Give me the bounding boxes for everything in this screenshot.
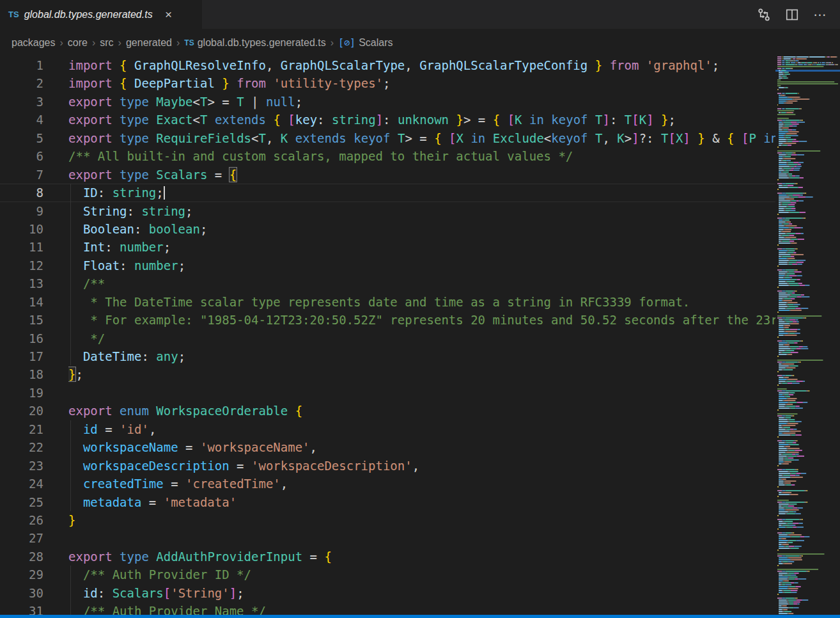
breadcrumb-label: core	[68, 37, 88, 49]
breadcrumb-item-global-db-types-generated-ts[interactable]: TSglobal.db.types.generated.ts	[184, 37, 325, 49]
code-line[interactable]: 28export type AddAuthProviderInput = {	[0, 548, 775, 566]
code-text: Float: number;	[68, 257, 775, 274]
code-text: export type Scalars = {	[68, 166, 775, 184]
code-line[interactable]: 8 ID: string;	[0, 184, 775, 202]
line-number[interactable]: 9	[0, 202, 68, 220]
breadcrumb-item-packages[interactable]: packages	[12, 37, 56, 49]
status-bar	[0, 615, 840, 618]
code-line[interactable]: 27	[0, 529, 775, 547]
line-number[interactable]: 23	[0, 457, 68, 475]
breadcrumb-item-src[interactable]: src	[100, 37, 113, 49]
line-number[interactable]: 17	[0, 347, 68, 365]
code-line[interactable]: 2import { DeepPartial } from 'utility-ty…	[0, 74, 775, 92]
code-line[interactable]: 21 id = 'id',	[0, 420, 775, 438]
line-number[interactable]: 21	[0, 420, 68, 438]
code-line[interactable]: 9 String: string;	[0, 202, 775, 220]
code-text: String: string;	[68, 202, 775, 220]
breadcrumb-label: generated	[126, 37, 172, 49]
code-line[interactable]: 16 */	[0, 329, 775, 347]
breadcrumb-label: packages	[12, 37, 56, 49]
code-editor[interactable]: 1import { GraphQLResolveInfo, GraphQLSca…	[0, 56, 775, 615]
code-line[interactable]: 26}	[0, 511, 775, 529]
line-number[interactable]: 24	[0, 475, 68, 493]
more-actions-icon[interactable]: ⋯	[811, 5, 830, 24]
code-line[interactable]: 14 * The DateTime scalar type represents…	[0, 293, 775, 311]
line-number[interactable]: 2	[0, 74, 68, 92]
line-number[interactable]: 26	[0, 511, 68, 529]
code-line[interactable]: 23 workspaceDescription = 'workspaceDesc…	[0, 457, 775, 475]
code-text: export type Maybe<T> = T | null;	[68, 93, 775, 111]
line-number[interactable]: 22	[0, 438, 68, 456]
vscode-window: TS global.db.types.generated.ts ×	[0, 0, 840, 618]
line-number[interactable]: 5	[0, 129, 68, 147]
code-line[interactable]: 24 createdTime = 'createdTime',	[0, 475, 775, 493]
code-line[interactable]: 17 DateTime: any;	[0, 347, 775, 365]
code-line[interactable]: 30 id: Scalars['String'];	[0, 584, 775, 602]
breadcrumb-item-generated[interactable]: generated	[126, 37, 172, 49]
code-text: }	[68, 511, 775, 529]
line-number[interactable]: 16	[0, 329, 68, 347]
line-number[interactable]: 13	[0, 274, 68, 292]
line-number[interactable]: 27	[0, 529, 68, 547]
code-text: import { GraphQLResolveInfo, GraphQLScal…	[68, 56, 775, 74]
code-line[interactable]: 5export type RequireFields<T, K extends …	[0, 129, 775, 147]
line-number[interactable]: 3	[0, 93, 68, 111]
code-line[interactable]: 7export type Scalars = {	[0, 166, 775, 184]
code-text: * For example: "1985-04-12T23:20:50.52Z"…	[68, 311, 775, 329]
code-text: /**	[68, 274, 775, 292]
code-line[interactable]: 11 Int: number;	[0, 238, 775, 256]
line-number[interactable]: 6	[0, 147, 68, 165]
code-text: metadata = 'metadata'	[68, 493, 775, 511]
chevron-right-icon: ›	[118, 37, 121, 49]
code-line[interactable]: 29 /** Auth Provider ID */	[0, 566, 775, 583]
code-line[interactable]: 31 /** Auth Provider Name */	[0, 602, 775, 615]
code-line[interactable]: 15 * For example: "1985-04-12T23:20:50.5…	[0, 311, 775, 329]
close-icon[interactable]: ×	[162, 8, 176, 22]
breadcrumb-item-scalars[interactable]: [⊘]Scalars	[338, 37, 393, 49]
line-number[interactable]: 15	[0, 311, 68, 329]
code-text: workspaceDescription = 'workspaceDescrip…	[68, 457, 775, 475]
breadcrumb-item-core[interactable]: core	[68, 37, 88, 49]
code-line[interactable]: 19	[0, 384, 775, 402]
chevron-right-icon: ›	[331, 37, 334, 49]
line-number[interactable]: 20	[0, 402, 68, 420]
line-number[interactable]: 28	[0, 548, 68, 566]
code-text: export enum WorkspaceOrderable {	[68, 402, 775, 420]
tab-label: global.db.types.generated.ts	[24, 9, 153, 20]
line-number[interactable]: 7	[0, 166, 68, 184]
code-text: */	[68, 329, 775, 347]
code-line[interactable]: 13 /**	[0, 274, 775, 292]
line-number[interactable]: 11	[0, 238, 68, 256]
line-number[interactable]: 25	[0, 493, 68, 511]
line-number[interactable]: 14	[0, 293, 68, 311]
code-line[interactable]: 12 Float: number;	[0, 257, 775, 274]
typescript-file-icon: TS	[184, 38, 194, 47]
line-number[interactable]: 19	[0, 384, 68, 402]
line-number[interactable]: 8	[0, 184, 68, 202]
code-text: /** Auth Provider ID */	[68, 566, 775, 583]
code-line[interactable]: 22 workspaceName = 'workspaceName',	[0, 438, 775, 456]
code-line[interactable]: 20export enum WorkspaceOrderable {	[0, 402, 775, 420]
split-editor-icon[interactable]	[782, 5, 802, 24]
code-line[interactable]: 1import { GraphQLResolveInfo, GraphQLSca…	[0, 56, 775, 74]
code-line[interactable]: 10 Boolean: boolean;	[0, 220, 775, 238]
code-text: import { DeepPartial } from 'utility-typ…	[68, 74, 775, 92]
code-line[interactable]: 6/** All built-in and custom scalars, ma…	[0, 147, 775, 165]
line-number[interactable]: 31	[0, 602, 68, 615]
line-number[interactable]: 30	[0, 584, 68, 602]
code-line[interactable]: 18};	[0, 365, 775, 383]
code-line[interactable]: 4export type Exact<T extends { [key: str…	[0, 111, 775, 129]
line-number[interactable]: 1	[0, 56, 68, 74]
line-number[interactable]: 10	[0, 220, 68, 238]
line-number[interactable]: 29	[0, 566, 68, 583]
breadcrumb: packages›core›src›generated›TSglobal.db.…	[0, 29, 840, 56]
open-changes-icon[interactable]	[754, 5, 774, 24]
minimap[interactable]	[775, 56, 840, 615]
code-line[interactable]: 3export type Maybe<T> = T | null;	[0, 93, 775, 111]
line-number[interactable]: 12	[0, 257, 68, 274]
tab-global-db-types[interactable]: TS global.db.types.generated.ts ×	[0, 0, 202, 29]
line-number[interactable]: 18	[0, 365, 68, 383]
code-text: * The DateTime scalar type represents da…	[68, 293, 775, 311]
line-number[interactable]: 4	[0, 111, 68, 129]
code-line[interactable]: 25 metadata = 'metadata'	[0, 493, 775, 511]
